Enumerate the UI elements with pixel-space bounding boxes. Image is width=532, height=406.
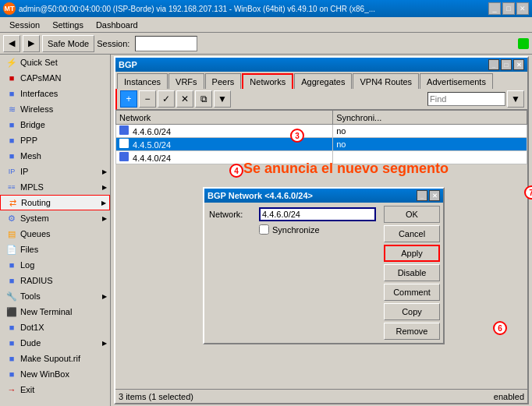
sidebar-item-tools[interactable]: 🔧 Tools ▶	[0, 288, 110, 304]
bgp-maximize-btn[interactable]: □	[501, 59, 512, 70]
tools-arrow: ▶	[102, 293, 107, 300]
sidebar-item-ip[interactable]: IP IP ▶	[0, 164, 110, 179]
sidebar-item-new-winbox[interactable]: ■ New WinBox	[0, 366, 110, 382]
dialog-form: Network: Synchronize	[204, 203, 381, 343]
table-row[interactable]: 4.4.6.0/24 no	[116, 125, 527, 138]
sidebar-item-capsman[interactable]: ■ CAPsMAN	[0, 70, 110, 86]
sync-row: Synchronize	[209, 224, 376, 235]
bgp-status-text: 3 items (1 selected)	[119, 392, 193, 401]
quick-set-icon: ⚡	[6, 57, 17, 68]
dialog-minimize-btn[interactable]: _	[417, 190, 427, 201]
minimize-button[interactable]: _	[488, 2, 501, 15]
close-button[interactable]: ✕	[516, 2, 529, 15]
sidebar-item-files[interactable]: 📄 Files	[0, 242, 110, 257]
bgp-find-input[interactable]	[427, 92, 505, 106]
col-network: Network	[116, 111, 333, 125]
sidebar-item-mpls[interactable]: ≡≡ MPLS ▶	[0, 179, 110, 195]
wireless-icon: ≋	[6, 104, 17, 115]
sidebar-label-bridge: Bridge	[20, 120, 45, 129]
sidebar-item-system[interactable]: ⚙ System ▶	[0, 210, 110, 226]
sidebar-item-log[interactable]: ■ Log	[0, 257, 110, 273]
sidebar-item-radius[interactable]: ■ RADIUS	[0, 273, 110, 288]
sidebar-label-dot1x: Dot1X	[20, 323, 44, 332]
bridge-icon: ■	[6, 119, 17, 130]
tab-instances[interactable]: Instances	[117, 73, 168, 89]
mpls-arrow: ▶	[102, 184, 107, 191]
remove-button[interactable]: Remove	[384, 323, 440, 340]
menu-settings[interactable]: Settings	[46, 19, 90, 31]
filter-button[interactable]: ▼	[214, 90, 231, 108]
add-network-button[interactable]: +	[120, 90, 137, 108]
disable-button[interactable]: ✕	[176, 90, 193, 108]
sync-checkbox[interactable]	[259, 224, 269, 235]
sidebar-item-interfaces[interactable]: ■ Interfaces	[0, 86, 110, 101]
sidebar-label-dude: Dude	[20, 338, 41, 348]
table-row[interactable]: 4.4.5.0/24 no	[116, 138, 527, 151]
menu-session[interactable]: Session	[3, 19, 46, 31]
sidebar-item-exit[interactable]: → Exit	[0, 382, 110, 397]
disable-button[interactable]: Disable	[384, 264, 440, 281]
sidebar-item-dude[interactable]: ■ Dude ▶	[0, 335, 110, 351]
back-button[interactable]: ◀	[3, 35, 20, 52]
sidebar-item-new-terminal[interactable]: ⬛ New Terminal	[0, 304, 110, 320]
window-title: admin@50:00:00:04:00:00 (ISP-Borde) via …	[19, 5, 488, 13]
session-label: Session:	[97, 39, 133, 48]
remove-network-button[interactable]: −	[139, 90, 156, 108]
network-field-input[interactable]	[259, 207, 376, 221]
radius-icon: ■	[6, 275, 17, 286]
bgp-status-right: enabled	[494, 392, 524, 401]
dialog-controls: _ ✕	[417, 190, 440, 201]
comment-button[interactable]: Comment	[384, 284, 440, 301]
annotation-6: 6	[493, 321, 507, 335]
ip-arrow: ▶	[102, 168, 107, 175]
tab-aggregates[interactable]: Aggregates	[294, 73, 352, 89]
copy-button[interactable]: ⧉	[195, 90, 212, 108]
apply-button[interactable]: Apply	[384, 245, 440, 262]
tab-advertisements[interactable]: Advertisements	[420, 73, 493, 89]
cell-sync-1: no	[333, 125, 527, 138]
sidebar-item-wireless[interactable]: ≋ Wireless	[0, 101, 110, 117]
sidebar-item-bridge[interactable]: ■ Bridge	[0, 117, 110, 132]
sidebar-item-dot1x[interactable]: ■ Dot1X	[0, 320, 110, 335]
sidebar-item-routing[interactable]: ⇄ Routing ▶	[0, 195, 110, 210]
enable-button[interactable]: ✓	[158, 90, 175, 108]
sidebar-item-queues[interactable]: ▤ Queues	[0, 226, 110, 242]
tab-peers[interactable]: Peers	[205, 73, 242, 89]
sidebar-label-ip: IP	[20, 167, 28, 176]
maximize-button[interactable]: □	[502, 2, 515, 15]
status-indicator	[518, 38, 529, 49]
tab-networks-label: Networks	[250, 77, 286, 86]
menu-dashboard[interactable]: Dashboard	[90, 19, 144, 31]
find-dropdown-button[interactable]: ▼	[507, 90, 524, 108]
dialog-title-bar: BGP Network <4.4.6.0/24> _ ✕	[204, 189, 443, 203]
cancel-button[interactable]: Cancel	[384, 225, 440, 242]
sidebar-label-system: System	[20, 214, 49, 223]
session-input[interactable]	[135, 36, 197, 51]
sidebar-label-new-winbox: New WinBox	[20, 369, 69, 379]
tab-vrfs[interactable]: VRFs	[168, 73, 204, 89]
dialog-close-btn[interactable]: ✕	[429, 190, 440, 201]
tab-vpn4routes[interactable]: VPN4 Routes	[353, 73, 419, 89]
ok-button[interactable]: OK	[384, 206, 440, 223]
sidebar-item-make-supout[interactable]: ■ Make Supout.rif	[0, 351, 110, 366]
bgp-minimize-btn[interactable]: _	[488, 59, 499, 70]
sidebar-item-mesh[interactable]: ■ Mesh	[0, 148, 110, 164]
tab-aggregates-label: Aggregates	[301, 77, 345, 86]
menu-bar: Session Settings Dashboard	[0, 17, 532, 33]
tools-icon: 🔧	[6, 291, 17, 302]
sidebar-label-queues: Queues	[20, 229, 51, 238]
forward-button[interactable]: ▶	[23, 35, 40, 52]
routing-arrow: ▶	[101, 199, 106, 207]
safe-mode-button[interactable]: Safe Mode	[42, 35, 94, 52]
sidebar-label-wireless: Wireless	[20, 104, 53, 114]
copy-dialog-button[interactable]: Copy	[384, 303, 440, 320]
bgp-close-btn[interactable]: ✕	[513, 59, 524, 70]
sidebar-item-quick-set[interactable]: ⚡ Quick Set	[0, 55, 110, 70]
sidebar-item-ppp[interactable]: ■ PPP	[0, 132, 110, 148]
sidebar-label-routing: Routing	[21, 198, 51, 207]
row-icon-1	[119, 125, 129, 135]
system-arrow: ▶	[102, 215, 107, 222]
terminal-icon: ⬛	[6, 306, 17, 317]
content-area: BGP _ □ ✕ Instances VRFs Peers	[111, 55, 532, 406]
tab-networks[interactable]: Networks	[242, 73, 293, 89]
